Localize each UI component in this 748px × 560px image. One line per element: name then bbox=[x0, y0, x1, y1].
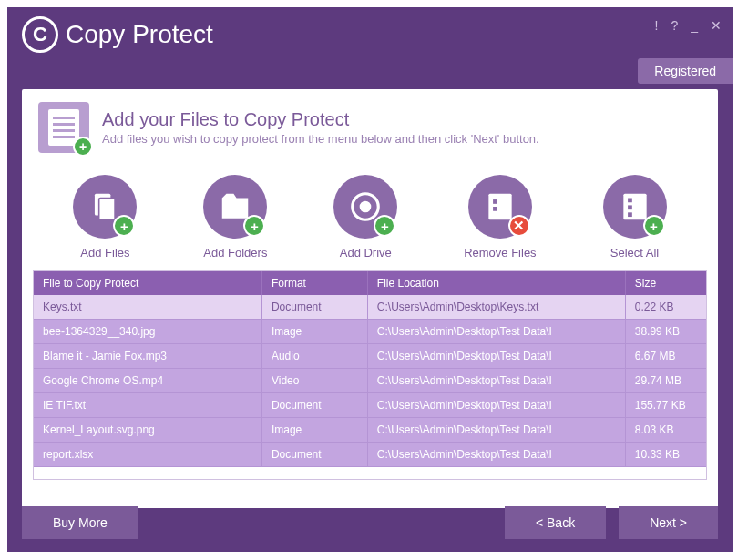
cell-location: C:\Users\Admin\Desktop\Test Data\I bbox=[367, 344, 625, 369]
add-folders-label: Add Folders bbox=[203, 246, 267, 260]
cell-location: C:\Users\Admin\Desktop\Test Data\I bbox=[367, 418, 625, 443]
info-icon[interactable]: ! bbox=[655, 18, 659, 33]
cell-format: Document bbox=[261, 295, 367, 320]
cell-format: Document bbox=[261, 393, 367, 418]
table-row[interactable]: bee-1364329__340.jpgImageC:\Users\Admin\… bbox=[34, 320, 706, 344]
content-panel: + Add your Files to Copy Protect Add fil… bbox=[22, 89, 718, 508]
select-all-label: Select All bbox=[610, 246, 659, 260]
cell-location: C:\Users\Admin\Desktop\Keys.txt bbox=[367, 295, 625, 320]
cell-format: Audio bbox=[261, 344, 367, 369]
table-row[interactable]: Keys.txtDocumentC:\Users\Admin\Desktop\K… bbox=[34, 295, 706, 320]
col-file[interactable]: File to Copy Protect bbox=[34, 271, 261, 295]
cell-size: 155.77 KB bbox=[625, 393, 706, 418]
header-text: Add your Files to Copy Protect Add files… bbox=[102, 109, 539, 146]
file-table: File to Copy Protect Format File Locatio… bbox=[33, 270, 707, 480]
plus-icon: + bbox=[113, 215, 135, 237]
table-row[interactable]: report.xlsxDocumentC:\Users\Admin\Deskto… bbox=[34, 443, 706, 467]
app-logo: C Copy Protect bbox=[22, 16, 213, 53]
buy-more-button[interactable]: Buy More bbox=[22, 506, 138, 539]
svg-rect-6 bbox=[493, 207, 497, 211]
x-icon: ✕ bbox=[508, 215, 530, 237]
page-subtitle: Add files you wish to copy protect from … bbox=[102, 132, 539, 146]
cell-size: 38.99 KB bbox=[625, 320, 706, 344]
cell-format: Image bbox=[261, 418, 367, 443]
cell-location: C:\Users\Admin\Desktop\Test Data\I bbox=[367, 369, 625, 393]
table-header-row: File to Copy Protect Format File Locatio… bbox=[34, 271, 706, 295]
logo-icon: C bbox=[22, 16, 58, 53]
svg-rect-8 bbox=[628, 199, 632, 203]
plus-icon: + bbox=[243, 215, 265, 237]
add-folders-button[interactable]: + Add Folders bbox=[203, 175, 267, 260]
svg-rect-7 bbox=[623, 194, 646, 220]
cell-format: Image bbox=[261, 320, 367, 344]
app-window: C Copy Protect ! ? _ ✕ Registered + Add … bbox=[7, 7, 733, 552]
titlebar: C Copy Protect ! ? _ ✕ bbox=[7, 7, 733, 62]
plus-icon: + bbox=[643, 215, 665, 237]
remove-files-label: Remove Files bbox=[464, 246, 536, 260]
plus-icon: + bbox=[374, 215, 395, 237]
cell-file: Google Chrome OS.mp4 bbox=[34, 369, 261, 393]
select-all-button[interactable]: + Select All bbox=[603, 175, 667, 260]
add-files-button[interactable]: + Add Files bbox=[73, 175, 137, 260]
remove-files-button[interactable]: ✕ Remove Files bbox=[464, 175, 536, 260]
table-row[interactable]: Google Chrome OS.mp4VideoC:\Users\Admin\… bbox=[34, 369, 706, 393]
app-name: Copy Protect bbox=[66, 20, 213, 49]
svg-rect-10 bbox=[628, 212, 632, 217]
cell-size: 6.67 MB bbox=[625, 344, 706, 369]
svg-rect-9 bbox=[628, 205, 632, 209]
table-row[interactable]: Blame it - Jamie Fox.mp3AudioC:\Users\Ad… bbox=[34, 344, 706, 369]
cell-file: bee-1364329__340.jpg bbox=[34, 320, 261, 344]
svg-rect-1 bbox=[99, 199, 115, 220]
add-drive-label: Add Drive bbox=[340, 246, 392, 260]
cell-format: Video bbox=[261, 369, 367, 393]
cell-file: report.xlsx bbox=[34, 443, 261, 467]
cell-file: Keys.txt bbox=[34, 295, 261, 320]
window-controls: ! ? _ ✕ bbox=[655, 18, 722, 33]
cell-location: C:\Users\Admin\Desktop\Test Data\I bbox=[367, 443, 625, 467]
cell-location: C:\Users\Admin\Desktop\Test Data\I bbox=[367, 393, 625, 418]
plus-icon: + bbox=[73, 137, 93, 157]
add-files-label: Add Files bbox=[80, 246, 129, 260]
cell-size: 10.33 KB bbox=[625, 443, 706, 467]
cell-file: IE TIF.txt bbox=[34, 393, 261, 418]
cell-size: 29.74 MB bbox=[625, 369, 706, 393]
cell-format: Document bbox=[261, 443, 367, 467]
page-title: Add your Files to Copy Protect bbox=[102, 109, 539, 130]
col-size[interactable]: Size bbox=[625, 271, 706, 295]
cell-location: C:\Users\Admin\Desktop\Test Data\I bbox=[367, 320, 625, 344]
col-format[interactable]: Format bbox=[261, 271, 367, 295]
header-icon: + bbox=[38, 102, 89, 153]
cell-size: 0.22 KB bbox=[625, 295, 706, 320]
back-button[interactable]: < Back bbox=[505, 506, 606, 539]
help-icon[interactable]: ? bbox=[671, 18, 678, 33]
close-icon[interactable]: ✕ bbox=[711, 18, 722, 33]
svg-rect-5 bbox=[493, 199, 497, 204]
status-badge: Registered bbox=[638, 58, 733, 84]
next-button[interactable]: Next > bbox=[619, 506, 718, 539]
page-header: + Add your Files to Copy Protect Add fil… bbox=[22, 89, 718, 166]
action-bar: + Add Files + Add Folders + Add Drive ✕ … bbox=[22, 166, 718, 267]
cell-file: Kernel_Layout.svg.png bbox=[34, 418, 261, 443]
table-row[interactable]: Kernel_Layout.svg.pngImageC:\Users\Admin… bbox=[34, 418, 706, 443]
minimize-icon[interactable]: _ bbox=[691, 18, 698, 33]
table-row[interactable]: IE TIF.txtDocumentC:\Users\Admin\Desktop… bbox=[34, 393, 706, 418]
svg-point-3 bbox=[362, 202, 371, 211]
col-location[interactable]: File Location bbox=[367, 271, 625, 295]
cell-file: Blame it - Jamie Fox.mp3 bbox=[34, 344, 261, 369]
add-drive-button[interactable]: + Add Drive bbox=[333, 175, 397, 260]
footer: Buy More < Back Next > bbox=[22, 506, 718, 539]
svg-rect-4 bbox=[488, 194, 511, 220]
cell-size: 8.03 KB bbox=[625, 418, 706, 443]
